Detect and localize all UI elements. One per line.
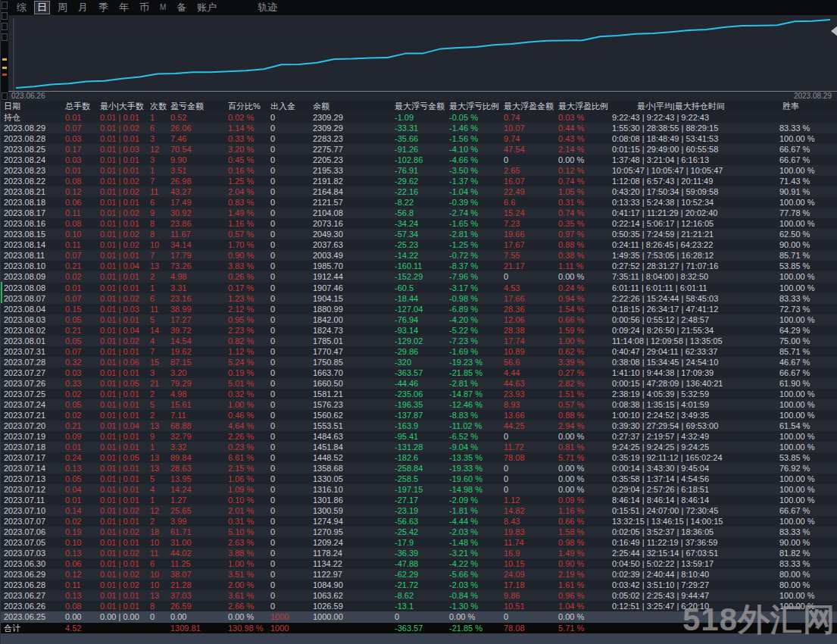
total-row[interactable]: 合计4.521309.81130.98 %1000-363.57-21.85 %… [1, 623, 837, 633]
table-cell: 14.82 [504, 505, 558, 516]
table-row[interactable]: 2023.08.290.070.01 | 0.02626.061.14 %023… [1, 123, 837, 133]
toolbar-item-月[interactable]: 月 [73, 0, 93, 15]
table-row[interactable]: 2023.06.270.130.01 | 0.011337.033.61 %01… [1, 590, 837, 601]
table-cell: 2.19 % [558, 569, 611, 580]
table-cell: 62.50 % [779, 229, 837, 239]
table-row[interactable]: 2023.08.100.210.01 | 0.041373.263.83 %01… [1, 261, 837, 271]
table-row[interactable]: 2023.08.170.110.01 | 0.02930.921.49 %021… [1, 208, 837, 218]
table-cell: 4.64 % [228, 420, 270, 431]
table-row[interactable]: 2023.07.120.040.01 | 0.01414.241.09 %013… [1, 484, 837, 495]
table-cell: 2 [150, 516, 170, 527]
table-row[interactable]: 2023.08.140.110.01 | 0.021034.141.70 %02… [1, 239, 837, 250]
table-row[interactable]: 2023.07.260.330.01 | 0.052179.295.01 %01… [1, 378, 837, 389]
table-cell: 1.16 % [228, 218, 270, 229]
table-row[interactable]: 2023.08.240.030.01 | 0.0139.900.45 %0220… [1, 155, 837, 165]
table-row[interactable]: 2023.08.230.010.01 | 0.0113.510.16 %0219… [1, 165, 837, 176]
table-cell: 11:14:08 | 12:09:58 | 13:35:05 [611, 336, 779, 346]
table-row[interactable]: 2023.07.210.020.01 | 0.0127.110.46 %0156… [1, 410, 837, 420]
table-row[interactable]: 2023.07.070.020.01 | 0.0123.990.31 %0127… [1, 516, 837, 527]
toolbar-item-综[interactable]: 综 [11, 0, 32, 15]
table-row[interactable]: 2023.08.180.060.01 | 0.01617.490.83 %021… [1, 197, 837, 208]
column-header: 最大浮亏比例 [449, 101, 504, 112]
table-cell: 2023.08.03 [1, 314, 65, 325]
table-cell: 9:22:43 | 9:22:43 | 9:22:43 [611, 112, 779, 123]
dock-button[interactable] [2, 2, 8, 9]
table-row[interactable]: 2023.08.040.150.01 | 0.031138.992.12 %01… [1, 304, 837, 314]
table-cell: 0:39:30 | 27:29:54 | 69:53:00 [611, 420, 779, 431]
table-row[interactable]: 2023.06.260.080.01 | 0.01826.592.66 %010… [1, 601, 837, 611]
table-row[interactable]: 2023.07.200.210.01 | 0.041368.884.64 %01… [1, 420, 837, 431]
table-cell: 0.24 % [558, 283, 611, 293]
table-cell: 9.90 [170, 155, 228, 165]
toolbar-item-日[interactable]: 日 [35, 2, 49, 14]
table-row[interactable]: 2023.07.130.050.01 | 0.01513.951.06 %013… [1, 474, 837, 484]
table-row[interactable]: 2023.07.270.030.01 | 0.0133.200.19 %0166… [1, 367, 837, 378]
dock-button[interactable] [2, 12, 8, 20]
table-header-row: 日期总手数最小|大手数次数盈亏金额百分比%出入金余额最大浮亏金额最大浮亏比例最大… [1, 101, 837, 112]
table-row[interactable]: 2023.07.180.010.01 | 0.0113.320.23 %0145… [1, 442, 837, 452]
toolbar-item-备[interactable]: 备 [171, 0, 192, 15]
table-cell: 0.74 % [558, 176, 611, 186]
table-row[interactable]: 2023.08.160.080.01 | 0.01823.861.16 %020… [1, 218, 837, 229]
table-row[interactable]: 2023.06.300.060.01 | 0.01611.251.00 %011… [1, 558, 837, 569]
table-row[interactable]: 2023.06.290.120.01 | 0.021038.073.51 %01… [1, 569, 837, 580]
table-cell: 1.09 % [228, 484, 270, 495]
table-cell: 0:08:08 | 18:48:49 | 53:41:53 [611, 133, 779, 144]
table-row[interactable]: 2023.07.050.100.01 | 0.011031.002.63 %01… [1, 537, 837, 548]
table-row[interactable]: 2023.08.080.010.01 | 0.0113.310.17 %0190… [1, 283, 837, 293]
table-cell: 2164.84 [313, 186, 395, 197]
table-cell: -363.57 [395, 623, 449, 633]
table-cell: -0.39 % [449, 197, 504, 208]
table-cell: 0.11 [65, 208, 100, 218]
dock-button[interactable] [2, 23, 8, 30]
table-row[interactable]: 2023.08.250.170.01 | 0.031270.543.20 %02… [1, 144, 837, 155]
table-row[interactable]: 2023.08.010.050.01 | 0.02414.540.82 %017… [1, 336, 837, 346]
table-row[interactable]: 2023.07.310.070.01 | 0.01719.621.12 %017… [1, 346, 837, 357]
table-row[interactable]: 持仓0.010.01 | 0.0110.520.02 %02309.29-1.0… [1, 112, 837, 123]
table-cell: 2023.08.04 [1, 304, 65, 314]
table-row[interactable]: 2023.07.190.090.01 | 0.01932.792.26 %014… [1, 431, 837, 442]
toolbar-item-年[interactable]: 年 [114, 0, 134, 15]
toolbar-item-季[interactable]: 季 [93, 0, 114, 15]
table-row[interactable]: 2023.06.250.000.00 | 0.0000.000.00 %1000… [1, 611, 837, 622]
table-cell: 34.14 [170, 239, 228, 250]
table-row[interactable]: 2023.08.030.050.01 | 0.01517.270.95 %018… [1, 314, 837, 325]
table-cell: 2023.07.28 [1, 357, 65, 367]
table-cell: 8 [150, 229, 170, 239]
table-row[interactable]: 2023.06.280.110.01 | 0.021021.282.00 %01… [1, 580, 837, 590]
table-row[interactable]: 2023.08.220.080.01 | 0.02726.981.25 %021… [1, 176, 837, 186]
table-row[interactable]: 2023.07.030.130.01 | 0.021144.023.88 %01… [1, 548, 837, 558]
table-cell: -76.91 [395, 165, 449, 176]
table-cell: -4.66 % [449, 155, 504, 165]
table-row[interactable]: 2023.08.020.210.01 | 0.041439.722.23 %01… [1, 325, 837, 336]
table-row[interactable]: 2023.08.210.120.01 | 0.021143.272.04 %02… [1, 186, 837, 197]
toolbar-item-币[interactable]: 币 [134, 0, 155, 15]
table-row[interactable]: 2023.07.060.190.01 | 0.021861.715.10 %01… [1, 527, 837, 537]
toolbar-item-track[interactable]: 轨迹 [252, 0, 283, 15]
chart-end-marker[interactable] [831, 26, 837, 36]
table-row[interactable]: 2023.07.240.050.01 | 0.01515.611.00 %015… [1, 399, 837, 410]
toolbar-item-账户[interactable]: 账户 [192, 0, 222, 15]
table-cell: 0:01:15 | 29:49:00 | 60:55:58 [611, 144, 779, 155]
table-row[interactable]: 2023.07.110.010.01 | 0.0111.270.10 %0130… [1, 495, 837, 505]
table-cell: 0 [270, 325, 313, 336]
table-row[interactable]: 2023.07.140.130.01 | 0.011328.632.15 %01… [1, 463, 837, 474]
table-row[interactable]: 2023.07.170.240.01 | 0.051389.846.61 %01… [1, 452, 837, 463]
table-cell: 2023.08.14 [1, 239, 65, 250]
table-cell: 2023.08.07 [1, 293, 65, 304]
dock-button[interactable] [2, 33, 8, 41]
table-row[interactable]: 2023.08.110.070.01 | 0.01717.790.90 %020… [1, 250, 837, 261]
toolbar-item-周[interactable]: 周 [52, 0, 73, 15]
table-cell: 2 [150, 271, 170, 282]
toolbar-item-M[interactable]: M [155, 0, 171, 15]
table-row[interactable]: 2023.07.250.020.01 | 0.0124.980.32 %0158… [1, 389, 837, 399]
table-row[interactable]: 2023.08.280.030.01 | 0.0137.460.33 %0228… [1, 133, 837, 144]
table-row[interactable]: 2023.08.090.020.01 | 0.0124.980.26 %0191… [1, 271, 837, 282]
table-row[interactable]: 2023.07.100.140.01 | 0.021225.652.01 %01… [1, 505, 837, 516]
table-cell: 0.06 [65, 558, 100, 569]
table-row[interactable]: 2023.08.150.100.01 | 0.02811.670.57 %020… [1, 229, 837, 239]
dock-button[interactable] [2, 92, 8, 100]
table-row[interactable]: 2023.07.280.320.01 | 0.061587.155.24 %01… [1, 357, 837, 367]
table-cell: 0.00 % [558, 271, 611, 282]
table-row[interactable]: 2023.08.070.070.01 | 0.02623.161.23 %019… [1, 293, 837, 304]
